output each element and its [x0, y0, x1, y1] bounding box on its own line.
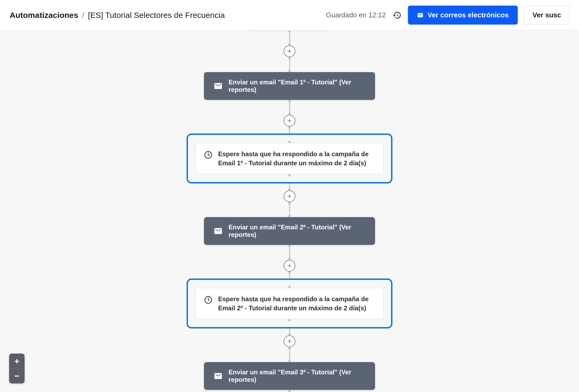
wait-node-2[interactable]: Espere hasta que ha respondido a la camp…: [187, 279, 392, 328]
connector: [289, 202, 290, 217]
breadcrumb-separator: /: [82, 11, 84, 20]
add-step-button[interactable]: +: [284, 260, 295, 272]
connector: [289, 347, 290, 362]
add-step-button[interactable]: +: [284, 335, 295, 347]
send-email-node-3[interactable]: Enviar un email "Email 3º - Tutorial" (V…: [204, 362, 375, 390]
connector: [289, 183, 290, 190]
connector: [289, 287, 290, 288]
zoom-in-button[interactable]: +: [9, 354, 25, 369]
connector: [289, 319, 290, 320]
email-icon: [214, 226, 223, 236]
email-icon: [417, 12, 423, 18]
view-emails-button[interactable]: Ver correos electrónicos: [408, 6, 518, 25]
connector: [289, 174, 290, 175]
wait-node-inner[interactable]: Espere hasta que ha respondido a la camp…: [195, 288, 384, 319]
connector: [289, 100, 290, 115]
connector: [289, 142, 290, 143]
view-subscribers-button[interactable]: Ver susc: [524, 5, 569, 25]
saved-timestamp: Guardado en 12:12: [326, 11, 386, 19]
add-step-button[interactable]: +: [284, 45, 295, 57]
connector: [289, 390, 290, 392]
wait-node-1[interactable]: Espere hasta que ha respondido a la camp…: [187, 134, 392, 183]
node-label: Enviar un email "Email 3º - Tutorial" (V…: [229, 369, 365, 383]
connector: [289, 245, 290, 260]
zoom-controls: + −: [9, 354, 25, 383]
breadcrumb-page: [ES] Tutorial Selectores de Frecuencia: [88, 11, 225, 20]
wait-node-inner[interactable]: Espere hasta que ha respondido a la camp…: [195, 143, 384, 174]
connector: [289, 328, 290, 335]
node-label: Enviar un email "Email 1º - Tutorial" (V…: [229, 79, 365, 93]
send-email-node-1[interactable]: Enviar un email "Email 1º - Tutorial" (V…: [204, 72, 375, 100]
clock-icon: [204, 295, 213, 304]
connector: [289, 57, 290, 72]
zoom-out-button[interactable]: −: [9, 369, 25, 383]
node-label: Espere hasta que ha respondido a la camp…: [218, 150, 375, 167]
view-emails-label: Ver correos electrónicos: [428, 11, 509, 19]
header: Automatizaciones / [ES] Tutorial Selecto…: [0, 0, 579, 30]
connector: [289, 272, 290, 279]
add-step-button[interactable]: +: [284, 115, 295, 127]
node-label: Enviar un email "Email 2º - Tutorial" (V…: [229, 224, 365, 238]
breadcrumb-root[interactable]: Automatizaciones: [10, 11, 78, 20]
connector: [289, 30, 290, 45]
connector: [289, 127, 290, 134]
send-email-node-2[interactable]: Enviar un email "Email 2º - Tutorial" (V…: [204, 217, 375, 245]
flow: + Enviar un email "Email 1º - Tutorial" …: [183, 30, 396, 392]
header-actions: Guardado en 12:12 Ver correos electrónic…: [326, 5, 569, 25]
clock-icon: [204, 150, 213, 159]
email-icon: [214, 81, 223, 91]
email-icon: [214, 371, 223, 381]
add-step-button[interactable]: +: [284, 190, 295, 202]
breadcrumb: Automatizaciones / [ES] Tutorial Selecto…: [10, 11, 225, 20]
canvas[interactable]: + Enviar un email "Email 1º - Tutorial" …: [0, 30, 579, 392]
history-icon[interactable]: [392, 11, 402, 20]
node-label: Espere hasta que ha respondido a la camp…: [218, 295, 375, 312]
